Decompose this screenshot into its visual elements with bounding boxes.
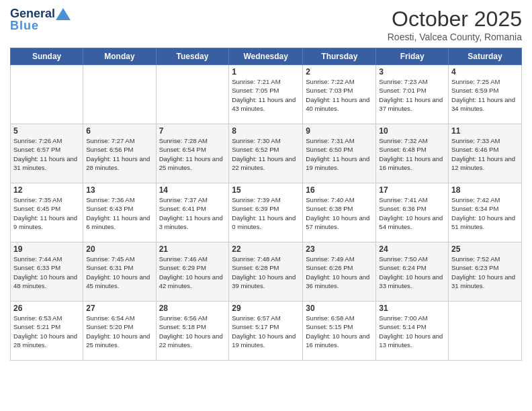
day-info: Sunrise: 7:32 AMSunset: 6:48 PMDaylight:… bbox=[379, 136, 445, 172]
calendar-cell bbox=[156, 65, 229, 124]
weekday-header-row: SundayMondayTuesdayWednesdayThursdayFrid… bbox=[11, 48, 522, 65]
week-row-4: 19Sunrise: 7:44 AMSunset: 6:33 PMDayligh… bbox=[11, 242, 522, 302]
calendar-cell: 2Sunrise: 7:22 AMSunset: 7:03 PMDaylight… bbox=[303, 65, 376, 124]
day-number: 9 bbox=[306, 126, 373, 136]
day-number: 12 bbox=[13, 185, 80, 195]
month-title: October 2025 bbox=[388, 7, 522, 32]
day-info: Sunrise: 7:39 AMSunset: 6:39 PMDaylight:… bbox=[232, 195, 300, 231]
day-info: Sunrise: 7:25 AMSunset: 6:59 PMDaylight:… bbox=[451, 77, 519, 113]
day-info: Sunrise: 7:31 AMSunset: 6:50 PMDaylight:… bbox=[306, 136, 373, 172]
day-number: 20 bbox=[86, 244, 152, 254]
day-info: Sunrise: 7:52 AMSunset: 6:23 PMDaylight:… bbox=[451, 255, 519, 290]
week-row-5: 26Sunrise: 6:53 AMSunset: 5:21 PMDayligh… bbox=[11, 302, 522, 361]
day-number: 28 bbox=[159, 304, 226, 313]
weekday-header-thursday: Thursday bbox=[303, 48, 376, 65]
day-number: 17 bbox=[379, 185, 445, 195]
day-info: Sunrise: 7:00 AMSunset: 5:14 PMDaylight:… bbox=[379, 314, 445, 349]
day-info: Sunrise: 7:26 AMSunset: 6:57 PMDaylight:… bbox=[13, 136, 80, 172]
day-number: 26 bbox=[13, 304, 80, 313]
day-number: 30 bbox=[306, 304, 373, 313]
calendar-cell: 25Sunrise: 7:52 AMSunset: 6:23 PMDayligh… bbox=[449, 242, 522, 302]
day-info: Sunrise: 7:50 AMSunset: 6:24 PMDaylight:… bbox=[379, 255, 445, 290]
day-number: 16 bbox=[306, 185, 373, 195]
calendar-cell: 3Sunrise: 7:23 AMSunset: 7:01 PMDaylight… bbox=[376, 65, 449, 124]
day-info: Sunrise: 7:37 AMSunset: 6:41 PMDaylight:… bbox=[159, 195, 226, 231]
week-row-3: 12Sunrise: 7:35 AMSunset: 6:45 PMDayligh… bbox=[11, 183, 522, 242]
day-info: Sunrise: 7:27 AMSunset: 6:56 PMDaylight:… bbox=[86, 136, 152, 172]
day-number: 10 bbox=[379, 126, 445, 136]
logo-blue: Blue bbox=[10, 19, 39, 33]
calendar-cell: 19Sunrise: 7:44 AMSunset: 6:33 PMDayligh… bbox=[11, 242, 83, 302]
day-number: 2 bbox=[306, 67, 373, 77]
header: General Blue October 2025 Roesti, Valcea… bbox=[10, 7, 522, 42]
calendar-cell: 9Sunrise: 7:31 AMSunset: 6:50 PMDaylight… bbox=[303, 124, 376, 183]
day-info: Sunrise: 7:36 AMSunset: 6:43 PMDaylight:… bbox=[86, 195, 152, 231]
weekday-header-friday: Friday bbox=[376, 48, 449, 65]
day-info: Sunrise: 6:54 AMSunset: 5:20 PMDaylight:… bbox=[86, 314, 152, 349]
calendar-cell: 30Sunrise: 6:58 AMSunset: 5:15 PMDayligh… bbox=[303, 302, 376, 361]
day-info: Sunrise: 7:23 AMSunset: 7:01 PMDaylight:… bbox=[379, 77, 445, 113]
day-number: 7 bbox=[159, 126, 226, 136]
calendar-cell: 22Sunrise: 7:48 AMSunset: 6:28 PMDayligh… bbox=[229, 242, 303, 302]
day-number: 19 bbox=[13, 244, 80, 254]
day-number: 5 bbox=[13, 126, 80, 136]
logo: General Blue bbox=[10, 7, 71, 33]
day-number: 14 bbox=[159, 185, 226, 195]
logo-icon bbox=[56, 8, 71, 20]
calendar-cell: 29Sunrise: 6:57 AMSunset: 5:17 PMDayligh… bbox=[229, 302, 303, 361]
day-info: Sunrise: 7:22 AMSunset: 7:03 PMDaylight:… bbox=[306, 77, 373, 113]
calendar-table: SundayMondayTuesdayWednesdayThursdayFrid… bbox=[10, 48, 522, 361]
calendar-cell: 23Sunrise: 7:49 AMSunset: 6:26 PMDayligh… bbox=[303, 242, 376, 302]
day-info: Sunrise: 6:53 AMSunset: 5:21 PMDaylight:… bbox=[13, 314, 80, 349]
calendar-cell bbox=[83, 65, 156, 124]
day-info: Sunrise: 7:40 AMSunset: 6:38 PMDaylight:… bbox=[306, 195, 373, 231]
day-number: 4 bbox=[451, 67, 519, 77]
page: General Blue October 2025 Roesti, Valcea… bbox=[0, 0, 532, 411]
day-info: Sunrise: 6:57 AMSunset: 5:17 PMDaylight:… bbox=[232, 314, 300, 349]
svg-marker-0 bbox=[56, 8, 71, 20]
calendar-cell: 6Sunrise: 7:27 AMSunset: 6:56 PMDaylight… bbox=[83, 124, 156, 183]
weekday-header-tuesday: Tuesday bbox=[156, 48, 229, 65]
week-row-2: 5Sunrise: 7:26 AMSunset: 6:57 PMDaylight… bbox=[11, 124, 522, 183]
calendar-cell: 13Sunrise: 7:36 AMSunset: 6:43 PMDayligh… bbox=[83, 183, 156, 242]
day-number: 3 bbox=[379, 67, 445, 77]
week-row-1: 1Sunrise: 7:21 AMSunset: 7:05 PMDaylight… bbox=[11, 65, 522, 124]
day-number: 24 bbox=[379, 244, 445, 254]
day-number: 8 bbox=[232, 126, 300, 136]
day-number: 29 bbox=[232, 304, 300, 313]
weekday-header-sunday: Sunday bbox=[11, 48, 83, 65]
day-number: 25 bbox=[451, 244, 519, 254]
day-info: Sunrise: 7:49 AMSunset: 6:26 PMDaylight:… bbox=[306, 255, 373, 290]
day-info: Sunrise: 6:58 AMSunset: 5:15 PMDaylight:… bbox=[306, 314, 373, 349]
calendar-cell: 17Sunrise: 7:41 AMSunset: 6:36 PMDayligh… bbox=[376, 183, 449, 242]
weekday-header-monday: Monday bbox=[83, 48, 156, 65]
calendar-cell bbox=[449, 302, 522, 361]
calendar-cell: 5Sunrise: 7:26 AMSunset: 6:57 PMDaylight… bbox=[11, 124, 83, 183]
day-number: 23 bbox=[306, 244, 373, 254]
day-info: Sunrise: 7:33 AMSunset: 6:46 PMDaylight:… bbox=[451, 136, 519, 172]
calendar-cell: 26Sunrise: 6:53 AMSunset: 5:21 PMDayligh… bbox=[11, 302, 83, 361]
day-info: Sunrise: 7:48 AMSunset: 6:28 PMDaylight:… bbox=[232, 255, 300, 290]
day-number: 11 bbox=[451, 126, 519, 136]
calendar-cell: 4Sunrise: 7:25 AMSunset: 6:59 PMDaylight… bbox=[449, 65, 522, 124]
calendar-cell: 10Sunrise: 7:32 AMSunset: 6:48 PMDayligh… bbox=[376, 124, 449, 183]
calendar-cell: 31Sunrise: 7:00 AMSunset: 5:14 PMDayligh… bbox=[376, 302, 449, 361]
calendar-cell: 7Sunrise: 7:28 AMSunset: 6:54 PMDaylight… bbox=[156, 124, 229, 183]
day-number: 13 bbox=[86, 185, 152, 195]
calendar-cell: 12Sunrise: 7:35 AMSunset: 6:45 PMDayligh… bbox=[11, 183, 83, 242]
calendar-cell: 18Sunrise: 7:42 AMSunset: 6:34 PMDayligh… bbox=[449, 183, 522, 242]
calendar-cell: 1Sunrise: 7:21 AMSunset: 7:05 PMDaylight… bbox=[229, 65, 303, 124]
calendar-cell: 24Sunrise: 7:50 AMSunset: 6:24 PMDayligh… bbox=[376, 242, 449, 302]
calendar-cell bbox=[11, 65, 83, 124]
day-number: 15 bbox=[232, 185, 300, 195]
calendar-cell: 11Sunrise: 7:33 AMSunset: 6:46 PMDayligh… bbox=[449, 124, 522, 183]
calendar-cell: 21Sunrise: 7:46 AMSunset: 6:29 PMDayligh… bbox=[156, 242, 229, 302]
weekday-header-wednesday: Wednesday bbox=[229, 48, 303, 65]
day-info: Sunrise: 7:41 AMSunset: 6:36 PMDaylight:… bbox=[379, 195, 445, 231]
calendar-cell: 28Sunrise: 6:56 AMSunset: 5:18 PMDayligh… bbox=[156, 302, 229, 361]
day-number: 21 bbox=[159, 244, 226, 254]
day-number: 1 bbox=[232, 67, 300, 77]
weekday-header-saturday: Saturday bbox=[449, 48, 522, 65]
calendar-cell: 15Sunrise: 7:39 AMSunset: 6:39 PMDayligh… bbox=[229, 183, 303, 242]
day-info: Sunrise: 7:42 AMSunset: 6:34 PMDaylight:… bbox=[451, 195, 519, 231]
